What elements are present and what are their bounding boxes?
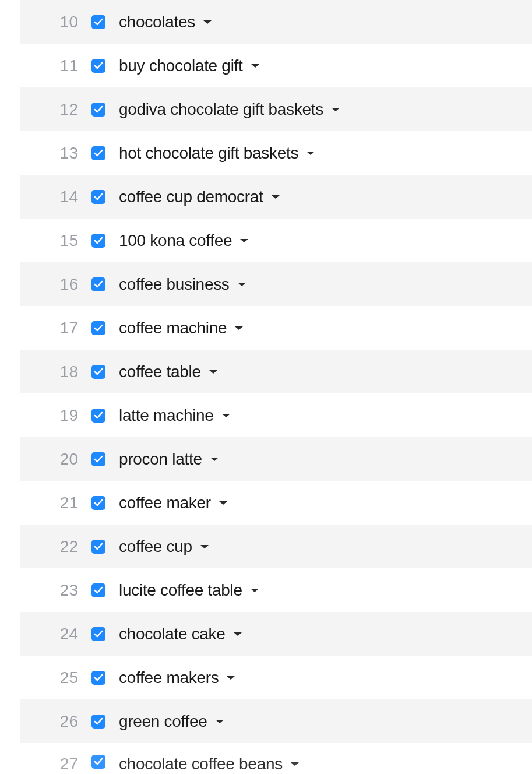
keyword-dropdown[interactable]: lucite coffee table [119, 581, 260, 600]
table-row: 21 coffee maker [20, 481, 532, 525]
keyword-dropdown[interactable]: latte machine [119, 406, 231, 425]
keyword-label: chocolate coffee beans [119, 755, 283, 770]
keyword-dropdown[interactable]: hot chocolate gift baskets [119, 144, 316, 163]
row-number: 20 [20, 450, 78, 469]
row-checkbox[interactable] [91, 103, 105, 117]
checkmark-icon [94, 61, 103, 71]
chevron-down-icon [199, 543, 210, 550]
keyword-dropdown[interactable]: buy chocolate gift [119, 57, 260, 75]
keyword-dropdown[interactable]: godiva chocolate gift baskets [119, 100, 341, 119]
keyword-label: coffee cup [119, 537, 192, 556]
chevron-down-icon [305, 150, 316, 157]
row-checkbox[interactable] [91, 627, 105, 641]
checkbox-cell [78, 671, 119, 685]
row-checkbox[interactable] [91, 755, 105, 769]
checkbox-cell [78, 409, 119, 423]
keyword-label: buy chocolate gift [119, 57, 243, 75]
row-number: 24 [20, 625, 78, 643]
chevron-down-icon [209, 456, 220, 463]
chevron-down-icon [249, 587, 260, 594]
row-checkbox[interactable] [91, 583, 105, 597]
checkmark-icon [94, 757, 103, 766]
keyword-dropdown[interactable]: chocolate coffee beans [119, 755, 300, 770]
row-checkbox[interactable] [91, 715, 105, 729]
table-row: 24 chocolate cake [20, 612, 532, 656]
row-checkbox[interactable] [91, 540, 105, 554]
row-checkbox[interactable] [91, 59, 105, 73]
chevron-down-icon [234, 325, 244, 332]
keyword-dropdown[interactable]: procon latte [119, 450, 220, 469]
checkbox-cell [78, 627, 119, 641]
keyword-dropdown[interactable]: coffee maker [119, 494, 228, 512]
row-checkbox[interactable] [91, 365, 105, 379]
keyword-dropdown[interactable]: coffee makers [119, 669, 236, 687]
checkmark-icon [94, 629, 103, 639]
keyword-label: coffee makers [119, 669, 219, 687]
row-checkbox[interactable] [91, 190, 105, 204]
keyword-label: chocolate cake [119, 625, 226, 643]
checkmark-icon [94, 411, 103, 420]
row-number: 27 [20, 755, 78, 770]
row-checkbox[interactable] [91, 452, 105, 466]
row-checkbox[interactable] [91, 496, 105, 510]
checkbox-cell [78, 452, 119, 466]
checkmark-icon [94, 367, 103, 377]
row-number: 15 [20, 231, 78, 250]
keyword-dropdown[interactable]: coffee table [119, 363, 219, 381]
keyword-dropdown[interactable]: chocolates [119, 13, 213, 31]
checkmark-icon [94, 17, 103, 27]
checkmark-icon [94, 673, 103, 682]
table-row: 17 coffee machine [20, 306, 532, 350]
keyword-label: lucite coffee table [119, 581, 242, 600]
row-number: 22 [20, 537, 78, 556]
keyword-label: coffee table [119, 363, 201, 381]
chevron-down-icon [214, 718, 225, 725]
checkbox-cell [78, 715, 119, 729]
table-row: 20 procon latte [20, 437, 532, 481]
checkmark-icon [94, 192, 103, 202]
keyword-dropdown[interactable]: coffee cup democrat [119, 188, 281, 206]
chevron-down-icon [270, 194, 281, 200]
row-checkbox[interactable] [91, 234, 105, 248]
row-checkbox[interactable] [91, 671, 105, 685]
keyword-dropdown[interactable]: coffee business [119, 275, 247, 294]
checkmark-icon [94, 586, 103, 595]
keyword-label: coffee business [119, 275, 230, 294]
keyword-dropdown[interactable]: green coffee [119, 712, 225, 731]
checkbox-cell [78, 146, 119, 160]
table-row: 11 buy chocolate gift [20, 44, 532, 87]
checkbox-cell [78, 583, 119, 597]
row-checkbox[interactable] [91, 15, 105, 29]
keyword-label: chocolates [119, 13, 195, 31]
keyword-label: godiva chocolate gift baskets [119, 100, 323, 119]
checkbox-cell [78, 496, 119, 510]
keyword-dropdown[interactable]: 100 kona coffee [119, 231, 249, 250]
chevron-down-icon [208, 368, 219, 375]
keyword-label: 100 kona coffee [119, 231, 232, 250]
checkbox-cell [78, 540, 119, 554]
row-number: 19 [20, 406, 78, 425]
table-row: 14 coffee cup democrat [20, 175, 532, 219]
keyword-label: coffee cup democrat [119, 188, 263, 206]
checkbox-cell [78, 365, 119, 379]
checkbox-cell [78, 59, 119, 73]
table-row: 16 coffee business [20, 262, 532, 306]
checkmark-icon [94, 149, 103, 158]
row-checkbox[interactable] [91, 409, 105, 423]
keyword-label: green coffee [119, 712, 207, 731]
table-row: 27 chocolate coffee beans [20, 743, 532, 770]
table-row: 13 hot chocolate gift baskets [20, 131, 532, 175]
row-checkbox[interactable] [91, 321, 105, 335]
chevron-down-icon [239, 237, 249, 244]
keyword-dropdown[interactable]: coffee machine [119, 319, 244, 337]
checkbox-cell [78, 15, 119, 29]
checkmark-icon [94, 498, 103, 508]
keyword-dropdown[interactable]: chocolate cake [119, 625, 243, 643]
row-checkbox[interactable] [91, 146, 105, 160]
checkbox-cell [78, 755, 119, 769]
chevron-down-icon [221, 412, 231, 419]
checkmark-icon [94, 542, 103, 551]
row-checkbox[interactable] [91, 277, 105, 291]
keyword-dropdown[interactable]: coffee cup [119, 537, 210, 556]
table-row: 12 godiva chocolate gift baskets [20, 87, 532, 131]
